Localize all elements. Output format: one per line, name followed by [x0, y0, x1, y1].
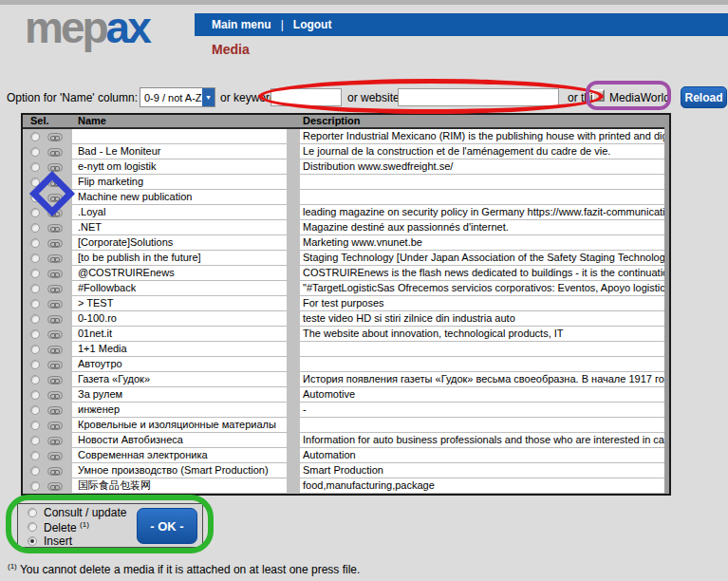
- row-select-cell: [23, 372, 72, 387]
- header-name: Name: [72, 115, 287, 127]
- mediaworld-checkbox[interactable]: [592, 89, 605, 102]
- media-description: [300, 418, 669, 433]
- media-description: Magazine destiné aux passionnés d'intern…: [300, 220, 669, 235]
- row-radio[interactable]: [30, 178, 40, 187]
- chevron-down-icon: ▼: [202, 88, 215, 106]
- table-row: Автоутро: [23, 357, 669, 372]
- link-icon[interactable]: [47, 285, 63, 293]
- row-select-cell: [23, 220, 72, 235]
- row-radio[interactable]: [30, 390, 40, 400]
- media-name: @COSTRUIREnews: [72, 266, 287, 281]
- row-radio[interactable]: [30, 405, 40, 415]
- row-radio[interactable]: [30, 314, 40, 324]
- link-icon[interactable]: [47, 148, 63, 157]
- link-icon[interactable]: [47, 391, 63, 400]
- media-description: For test purposes: [300, 296, 669, 311]
- link-icon[interactable]: [47, 315, 63, 324]
- row-radio[interactable]: [30, 238, 40, 248]
- row-radio[interactable]: [30, 269, 40, 278]
- row-radio[interactable]: [30, 360, 40, 369]
- media-description: Information for auto business profession…: [300, 433, 669, 448]
- row-radio[interactable]: [30, 162, 40, 172]
- row-radio[interactable]: [30, 421, 40, 430]
- media-description: teste video HD si stiri zilnice din indu…: [300, 311, 669, 327]
- table-row: e-nytt om logistikDistribution www.swedf…: [23, 159, 669, 175]
- row-radio[interactable]: [30, 481, 40, 491]
- link-icon[interactable]: [47, 330, 63, 339]
- table-row: Flip marketing: [23, 175, 669, 190]
- link-icon[interactable]: [47, 224, 63, 233]
- link-icon[interactable]: [47, 346, 63, 354]
- row-select-cell: [23, 159, 72, 175]
- table-row: 国际食品包装网food,manufacturing,package: [23, 478, 669, 494]
- media-description: -: [300, 403, 669, 418]
- link-icon[interactable]: [47, 467, 63, 476]
- media-description: [300, 190, 669, 205]
- link-icon[interactable]: [47, 209, 63, 217]
- media-description: Distribution www.swedfreight.se/: [300, 159, 669, 175]
- link-icon[interactable]: [47, 239, 63, 248]
- column-gap: [287, 403, 300, 418]
- media-description: Staging Technology [Under Japan Associat…: [300, 251, 669, 266]
- action-option-sup: (1): [80, 520, 89, 529]
- link-icon[interactable]: [47, 422, 63, 430]
- media-name: Кровельные и изоляционные материалы: [72, 418, 287, 433]
- table-row: 0-100.roteste video HD si stiri zilnice …: [23, 311, 669, 327]
- row-radio[interactable]: [30, 375, 40, 384]
- link-icon[interactable]: [47, 133, 63, 141]
- table-row: .NETMagazine destiné aux passionnés d'in…: [23, 220, 669, 235]
- link-icon[interactable]: [47, 194, 63, 202]
- row-radio[interactable]: [30, 284, 40, 293]
- ok-button[interactable]: - OK -: [137, 508, 197, 544]
- media-name: [72, 129, 287, 144]
- row-select-cell: [23, 448, 72, 463]
- website-input[interactable]: [398, 88, 559, 106]
- logo-part-gray: mep: [25, 3, 106, 52]
- action-option-label: Delete (1): [44, 520, 89, 534]
- link-icon[interactable]: [47, 178, 63, 187]
- nav-main-menu[interactable]: Main menu: [212, 18, 271, 31]
- table-row: 1+1 Media: [23, 342, 669, 357]
- row-radio[interactable]: [30, 208, 40, 217]
- action-radio[interactable]: [28, 522, 37, 532]
- row-radio[interactable]: [30, 253, 40, 263]
- action-radio[interactable]: [28, 508, 37, 517]
- link-icon[interactable]: [47, 406, 63, 415]
- name-filter-select[interactable]: 0-9 / not A-Z ▼: [140, 87, 215, 107]
- row-radio[interactable]: [30, 147, 40, 157]
- row-radio[interactable]: [30, 345, 40, 354]
- link-icon[interactable]: [47, 270, 63, 278]
- table-scrollbar[interactable]: [664, 115, 669, 494]
- mepax-logo: mepax: [25, 6, 149, 49]
- row-radio[interactable]: [30, 436, 40, 445]
- media-description: food,manufacturing,package: [300, 478, 669, 494]
- media-name: Умное производство (Smart Production): [72, 463, 287, 478]
- column-gap: [287, 478, 300, 494]
- media-name: > TEST: [72, 296, 287, 311]
- reload-button[interactable]: Reload: [681, 86, 727, 108]
- table-row: Machine new publication: [23, 190, 669, 205]
- nav-logout[interactable]: Logout: [293, 18, 332, 31]
- row-radio[interactable]: [30, 451, 40, 460]
- link-icon[interactable]: [47, 163, 63, 172]
- row-radio[interactable]: [30, 329, 40, 339]
- row-radio[interactable]: [30, 223, 40, 233]
- link-icon[interactable]: [47, 361, 63, 369]
- link-icon[interactable]: [47, 254, 63, 263]
- media-description: [300, 175, 669, 190]
- row-radio[interactable]: [30, 132, 40, 141]
- link-icon[interactable]: [47, 376, 63, 384]
- keyword-input[interactable]: [271, 88, 342, 106]
- column-gap: [287, 235, 300, 251]
- nav-separator: |: [281, 18, 284, 31]
- link-icon[interactable]: [47, 482, 63, 491]
- row-select-cell: [23, 235, 72, 251]
- action-radio[interactable]: [28, 536, 37, 546]
- link-icon[interactable]: [47, 437, 63, 445]
- row-radio[interactable]: [30, 466, 40, 476]
- link-icon[interactable]: [47, 452, 63, 460]
- row-radio[interactable]: [30, 193, 40, 202]
- row-radio[interactable]: [30, 299, 40, 309]
- media-description: The website about innovation, technologi…: [300, 327, 669, 342]
- link-icon[interactable]: [47, 300, 63, 309]
